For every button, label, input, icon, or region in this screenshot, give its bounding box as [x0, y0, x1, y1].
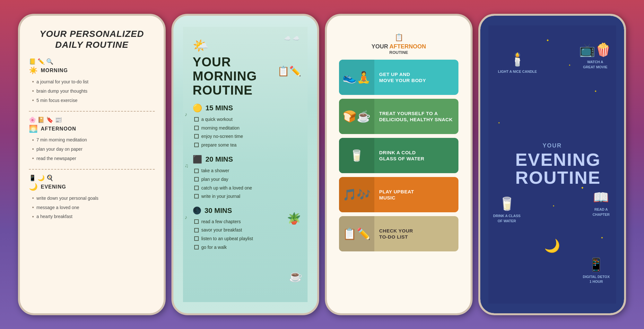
p1-morning-items: a journal for your to-do list brain dump… [29, 77, 155, 105]
p2-15min-label: 15 MINS [205, 104, 233, 112]
notes-deco: 📋✏️ [277, 65, 301, 77]
detox-label: DIGITAL DETOX 1 HOUR [583, 275, 610, 284]
water-label: DRINK A CLASS OF WATER [493, 214, 520, 223]
water-icon: 🥛 [339, 138, 374, 173]
todo-text: CHECK YOUR TO-DO LIST [374, 224, 458, 243]
water-glass-icon: 🥛 [493, 195, 520, 212]
phone-3: 📋 YOUR AFTERNOON ROUTINE 👟🧘 GET UP AND M… [325, 14, 473, 315]
clouds-deco: ☁️ ☁️ [284, 35, 300, 42]
afternoon-label: AFTERNOON [389, 43, 426, 50]
clipboard-icon: 📋 [339, 33, 458, 42]
p2-check-3d: go for a walk [194, 243, 298, 252]
p1-afternoon-item-1: 7 min morning meditation [32, 136, 155, 145]
music-notes-icon: 🎵🎶 [343, 188, 371, 201]
p2-15min-list: a quick workout morning meditation enjoy… [193, 115, 298, 149]
star-4: ✦ [498, 122, 500, 124]
checkbox-3c [194, 236, 199, 241]
bread-icon: 🍞☕ [343, 110, 371, 123]
checkbox-1c [194, 134, 199, 139]
p2-check-2a: take a shower [194, 166, 298, 175]
p1-evening-items: write down your personal goals message a… [29, 194, 155, 221]
p2-15min-block: ♪ 🟡 15 MINS a quick workout morning medi… [193, 104, 298, 149]
cup-deco: ☕ [289, 270, 303, 283]
evening-icons: 📱 🌙 🍳 [29, 174, 53, 181]
phone-icon: 📱 [583, 256, 610, 273]
music-text: PLAY UPBEAT MUSIC [374, 185, 458, 204]
snack-text: TREAT YOURSELF TO A DELICIOUS, HEALTHY S… [374, 107, 458, 126]
p4-title-section: YOUR EVENING ROUTINE [515, 142, 589, 187]
p1-afternoon-item-3: read the newspaper [32, 154, 155, 163]
p3-card-water: 🥛 DRINK A COLD GLASS OF WATER [339, 138, 458, 173]
phone-3-screen: 📋 YOUR AFTERNOON ROUTINE 👟🧘 GET UP AND M… [327, 16, 471, 313]
p1-morning-header: ☀️ MORNING [29, 66, 155, 75]
read-label: READ A CHAPTER [593, 207, 610, 216]
p4-candle-item: 🕯️ LIGHT A NICE CANDLE [498, 51, 537, 74]
phone-1: YOUR PERSONALIZED DAILY ROUTINE 📒 ✏️ 🔍 ☀… [18, 14, 166, 315]
p3-header: 📋 YOUR AFTERNOON ROUTINE [339, 33, 458, 55]
sun-deco: 🌤️ [193, 38, 298, 53]
p1-evening-section: 📱 🌙 🍳 🌙 EVENING write down your personal… [29, 174, 155, 221]
pie-icon-3: 🌑 [193, 207, 201, 215]
p2-30min-header: 🌑 30 MINS [193, 207, 298, 215]
book-icon: 📖 [593, 189, 610, 206]
p2-20min-list: take a shower plan your day catch up wit… [193, 166, 298, 200]
p2-30min-block: ♪ 🌑 30 MINS read a few chapters savor yo… [193, 207, 298, 251]
p1-afternoon-item-2: plan your day on paper [32, 145, 155, 154]
p4-your-label: YOUR [515, 142, 589, 149]
checkbox-2d [194, 194, 199, 198]
moon-icon: 🌙 [29, 183, 38, 191]
music-note-3: ♪ [185, 215, 187, 220]
p4-movie-item: 📺🍿 WATCH A GREAT MOVIE [579, 41, 611, 70]
sneaker-icon: 👟🧘 [343, 71, 371, 84]
todo-icon: 📋✏️ [339, 216, 374, 251]
p4-water-item: 🥛 DRINK A CLASS OF WATER [493, 195, 520, 224]
star-1: ✦ [546, 38, 549, 43]
p1-afternoon-section: 🌸 📔 🔖 📰 🌅 AFTERNOON 7 min morning medita… [29, 116, 155, 163]
p2-20min-block: ♫ ⬛ 20 MINS take a shower plan your day … [193, 155, 298, 200]
p4-routine-label: ROUTINE [515, 169, 589, 187]
p1-evening-header: 🌙 EVENING [29, 183, 155, 191]
p1-evening-item-2: message a loved one [32, 203, 155, 212]
phone-4-screen: ✦ ✦ ✦ ✦ ✦ ✦ ✦ 🕯️ LIGHT A NICE CANDLE 📺🍿 … [480, 16, 624, 313]
p2-check-2b: plan your day [194, 175, 298, 184]
p4-read-item: 📖 READ A CHAPTER [593, 189, 610, 217]
p1-morning-item-3: 5 min focus exercise [32, 96, 155, 105]
checkbox-2c [194, 186, 199, 190]
star-5: ✦ [601, 236, 603, 240]
music-icon: 🎵🎶 [339, 177, 374, 212]
checkbox-2b [194, 177, 199, 181]
p2-15min-header: 🟡 15 MINS [193, 104, 298, 113]
afternoon-icons: 🌸 📔 🔖 📰 [29, 116, 62, 123]
p2-check-1a: a quick workout [194, 115, 298, 124]
snack-icon: 🍞☕ [339, 99, 374, 134]
exercise-icon: 👟🧘 [339, 60, 374, 95]
phone-2: ☁️ ☁️ 🌤️ YOUR MORNING ROUTINE 📋✏️ ♪ 🟡 15… [171, 14, 319, 315]
p3-card-exercise: 👟🧘 GET UP AND MOVE YOUR BODY [339, 60, 458, 95]
phone-4: ✦ ✦ ✦ ✦ ✦ ✦ ✦ 🕯️ LIGHT A NICE CANDLE 📺🍿 … [478, 14, 626, 315]
p4-detox-item: 📱 DIGITAL DETOX 1 HOUR [583, 256, 610, 284]
p4-moon-item: 🌙 [544, 237, 560, 256]
exercise-text: GET UP AND MOVE YOUR BODY [374, 68, 458, 87]
p3-card-snack: 🍞☕ TREAT YOURSELF TO A DELICIOUS, HEALTH… [339, 99, 458, 134]
p1-evening-item-3: a hearty breakfast [32, 212, 155, 222]
p2-20min-header: ⬛ 20 MINS [193, 155, 298, 164]
p3-title: YOUR AFTERNOON [339, 43, 458, 50]
candle-label: LIGHT A NICE CANDLE [498, 70, 537, 73]
p4-evening-label: EVENING [515, 151, 589, 169]
p2-check-1d: prepare some tea [194, 141, 298, 149]
p3-card-todo: 📋✏️ CHECK YOUR TO-DO LIST [339, 216, 458, 251]
p1-morning-item-2: brain dump your thoughts [32, 87, 155, 96]
p2-check-2d: write in your journal [194, 192, 298, 201]
checklist-icon: 📋✏️ [343, 227, 371, 240]
morning-icons: 📒 ✏️ 🔍 [29, 58, 53, 65]
glass-icon: 🥛 [350, 149, 364, 162]
p1-morning-item-1: a journal for your to-do list [32, 77, 155, 87]
sun-icon: ☀️ [29, 66, 38, 75]
checkbox-1b [194, 126, 199, 130]
p2-check-2c: catch up with a loved one [194, 184, 298, 192]
phone-2-screen: ☁️ ☁️ 🌤️ YOUR MORNING ROUTINE 📋✏️ ♪ 🟡 15… [173, 16, 317, 313]
p2-check-3a: read a few chapters [194, 217, 298, 226]
checkbox-1d [194, 143, 199, 147]
moon-deco-icon: 🌙 [544, 237, 560, 254]
p1-evening-item-1: write down your personal goals [32, 194, 155, 203]
